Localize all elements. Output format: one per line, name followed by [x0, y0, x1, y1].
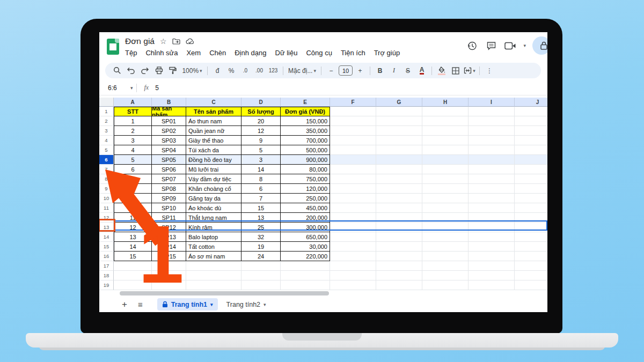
cell-F8[interactable] [330, 174, 376, 184]
cell-E14[interactable]: 650,000 [281, 232, 330, 242]
print-icon[interactable] [152, 64, 165, 77]
borders-button[interactable] [449, 64, 462, 77]
cell-I12[interactable] [469, 213, 515, 223]
cell-B9[interactable]: SP08 [152, 184, 186, 194]
cell-E16[interactable]: 220,000 [281, 252, 330, 261]
cell-D6[interactable]: 3 [241, 155, 281, 165]
cell-D15[interactable]: 19 [241, 242, 281, 252]
cell-A10[interactable]: 9 [114, 194, 152, 203]
zoom-select[interactable]: 100%▾ [180, 64, 204, 77]
cell-J1[interactable] [515, 107, 547, 116]
undo-icon[interactable] [125, 64, 137, 77]
more-options-icon[interactable]: ⋮ [483, 64, 496, 77]
cell-F12[interactable] [330, 213, 376, 223]
cell-C3[interactable]: Quần jean nữ [186, 126, 241, 136]
cell-C6[interactable]: Đồng hồ đeo tay [186, 155, 241, 165]
cell-A4[interactable]: 3 [114, 136, 152, 145]
cell-H8[interactable] [422, 174, 469, 184]
percent-format-button[interactable]: % [225, 64, 238, 77]
cell-E6[interactable]: 900,000 [281, 155, 330, 165]
cell-D7[interactable]: 14 [241, 165, 281, 174]
cell-A5[interactable]: 4 [114, 145, 152, 155]
cell-J5[interactable] [515, 145, 547, 155]
tab-trang-tinh2[interactable]: Trang tính2 ▾ [226, 301, 266, 308]
star-icon[interactable]: ☆ [160, 37, 167, 46]
row-header-9[interactable]: 9 [99, 184, 114, 194]
cell-J4[interactable] [515, 136, 547, 145]
row-header-16[interactable]: 16 [99, 252, 114, 261]
row-header-13[interactable]: 13 [99, 223, 114, 232]
cell-G12[interactable] [376, 213, 422, 223]
cell-A8[interactable]: 7 [114, 174, 152, 184]
document-title[interactable]: Đơn giá [125, 36, 155, 46]
column-header-J[interactable]: J [515, 98, 547, 107]
cell-C17[interactable] [186, 261, 241, 271]
cell-B5[interactable]: SP04 [152, 145, 186, 155]
row-header-10[interactable]: 10 [99, 194, 114, 203]
cell-F15[interactable] [330, 242, 376, 252]
cell-E13[interactable]: 300,000 [281, 223, 330, 232]
cell-J2[interactable] [515, 116, 547, 126]
cell-I16[interactable] [469, 252, 515, 261]
cell-F2[interactable] [330, 116, 376, 126]
cell-D9[interactable]: 6 [241, 184, 281, 194]
cell-B1[interactable]: Mã sản phẩm [152, 107, 186, 116]
cell-B3[interactable]: SP02 [152, 126, 186, 136]
cell-B10[interactable]: SP09 [152, 194, 186, 203]
cell-E12[interactable]: 200,000 [281, 213, 330, 223]
cell-I4[interactable] [469, 136, 515, 145]
cell-A17[interactable] [114, 261, 152, 271]
row-header-3[interactable]: 3 [99, 126, 114, 136]
increase-font-button[interactable]: + [354, 64, 367, 77]
cell-B14[interactable]: SP13 [152, 232, 186, 242]
cell-D14[interactable]: 32 [241, 232, 281, 242]
cell-F3[interactable] [330, 126, 376, 136]
cell-J16[interactable] [515, 252, 547, 261]
row-header-8[interactable]: 8 [99, 174, 114, 184]
menu-item-8[interactable]: Tiện ích [336, 48, 370, 58]
cell-F10[interactable] [330, 194, 376, 203]
cell-I10[interactable] [469, 194, 515, 203]
cell-H18[interactable] [422, 271, 469, 280]
cell-D19[interactable] [241, 280, 281, 290]
cell-E4[interactable]: 700,000 [281, 136, 330, 145]
bold-button[interactable]: B [374, 64, 386, 77]
cell-F18[interactable] [330, 271, 376, 280]
cell-I13[interactable] [469, 223, 515, 232]
cell-A12[interactable]: 11 [114, 213, 152, 223]
cell-C4[interactable]: Giày thể thao [186, 136, 241, 145]
cell-E3[interactable]: 350,000 [281, 126, 330, 136]
cell-A19[interactable] [114, 280, 152, 290]
text-color-button[interactable]: A [420, 67, 425, 75]
cell-I19[interactable] [469, 280, 515, 290]
italic-button[interactable]: I [387, 64, 400, 77]
cell-G15[interactable] [376, 242, 422, 252]
name-box-caret-icon[interactable]: ▾ [130, 85, 133, 91]
add-sheet-button[interactable]: + [122, 299, 127, 310]
all-sheets-icon[interactable]: ≡ [138, 300, 142, 309]
cell-I3[interactable] [469, 126, 515, 136]
menu-item-3[interactable]: Xem [182, 48, 205, 58]
cell-B6[interactable]: SP05 [152, 155, 186, 165]
cell-E15[interactable]: 30,000 [281, 242, 330, 252]
cell-J19[interactable] [515, 280, 547, 290]
horizontal-scrollbar[interactable] [120, 291, 329, 295]
cell-A2[interactable]: 1 [114, 116, 152, 126]
grid-corner[interactable] [99, 98, 114, 107]
cell-I2[interactable] [469, 116, 515, 126]
cell-H13[interactable] [422, 223, 469, 232]
tab-trang-tinh1[interactable]: Trang tính1 ▾ [157, 298, 218, 311]
number-format-button[interactable]: 123 [267, 64, 280, 77]
row-header-12[interactable]: 12 [99, 213, 114, 223]
cell-B16[interactable]: SP15 [152, 252, 186, 261]
cell-J12[interactable] [515, 213, 547, 223]
formula-input[interactable]: 5 [155, 84, 159, 92]
cell-F4[interactable] [330, 136, 376, 145]
search-icon[interactable] [111, 64, 123, 77]
cell-H12[interactable] [422, 213, 469, 223]
cell-B17[interactable] [152, 261, 186, 271]
cell-A7[interactable]: 6 [114, 165, 152, 174]
column-header-D[interactable]: D [241, 98, 281, 107]
cell-I15[interactable] [469, 242, 515, 252]
cell-H17[interactable] [422, 261, 469, 271]
